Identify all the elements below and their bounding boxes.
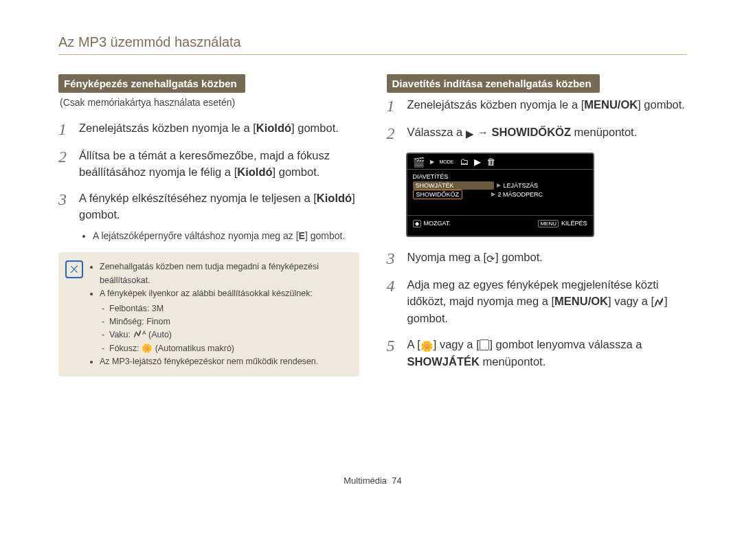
right-step-2: Válassza a ▶ → SHOWIDŐKÖZ menüpontot. xyxy=(407,124,688,142)
right-step-4: Adja meg az egyes fényképek megjelenítés… xyxy=(407,277,688,327)
lcd-top-bar: 🎬 ▶ MODE 🗂 ▶ 🗑 xyxy=(407,154,593,170)
play-icon: ▶ xyxy=(474,157,481,167)
right-step-5: A [🌼] vagy a [ ] gombot lenyomva válassz… xyxy=(407,337,688,370)
lcd-row-selected: SHOWIDŐKÖZ ▶ 2 MÁSODPERC xyxy=(407,190,593,199)
lcd-row: DIAVETÍTÉS xyxy=(407,172,593,181)
right-section-title: Diavetítés indítása zenehallgatás közben xyxy=(387,74,600,93)
lcd-value: LEJÁTSZÁS xyxy=(504,182,539,189)
right-step-1: Zenelejátszás közben nyomja le a [MENU/O… xyxy=(407,97,688,115)
step-number: 3 xyxy=(58,190,75,243)
info-subitem: Fókusz: 🌼 (Automatikus makró) xyxy=(109,342,350,355)
lcd-foot-label: MOZGAT. xyxy=(424,220,451,227)
page-footer: Multimédia 74 xyxy=(58,475,687,486)
page-title: Az MP3 üzemmód használata xyxy=(58,34,687,55)
lcd-foot-label: KILÉPÉS xyxy=(561,220,587,227)
updown-icon: ◆ xyxy=(413,220,421,227)
info-subitem: Felbontás: 3M xyxy=(109,302,350,315)
lcd-preview: 🎬 ▶ MODE 🗂 ▶ 🗑 DIAVETÍTÉS SHOWJÁTÉK ▶ LE… xyxy=(406,153,594,237)
lcd-row: SHOWJÁTÉK ▶ LEJÁTSZÁS xyxy=(407,181,593,190)
lcd-value: 2 MÁSODPERC xyxy=(498,191,543,198)
step-number: 3 xyxy=(387,249,403,267)
chevron-right-icon: ▶ xyxy=(497,182,501,188)
step-number: 4 xyxy=(387,277,403,327)
left-step-3-bullet: A lejátszóképernyőre váltáshoz nyomja me… xyxy=(93,229,359,243)
trash-icon: 🗑 xyxy=(486,157,495,167)
stack-icon: 🗂 xyxy=(460,157,469,167)
left-step-3: A fénykép elkészítéséhez nyomja le telje… xyxy=(79,190,359,243)
right-steps: 1 Zenelejátszás közben nyomja le a [MENU… xyxy=(387,97,688,143)
step-number: 1 xyxy=(58,120,75,138)
info-item: A fényképek ilyenkor az alábbi beállítás… xyxy=(100,287,350,355)
info-subitem: Vaku: 🗲ᴬ (Auto) xyxy=(109,328,350,341)
left-subnote: (Csak memóriakártya használata esetén) xyxy=(60,97,359,108)
note-icon xyxy=(65,260,83,278)
right-step-3: Nyomja meg a [⟳] gombot. xyxy=(407,249,688,267)
step-number: 2 xyxy=(58,148,75,181)
lcd-footer: ◆ MOZGAT. MENU KILÉPÉS xyxy=(407,219,593,227)
right-steps-cont: 3 Nyomja meg a [⟳] gombot. 4 Adja meg az… xyxy=(387,249,688,370)
lcd-label: SHOWJÁTÉK xyxy=(413,181,494,190)
info-subitem: Minőség: Finom xyxy=(109,315,350,328)
left-step-1: Zenelejátszás közben nyomja le a [Kioldó… xyxy=(79,120,359,138)
info-item: Zenehallgatás közben nem tudja megadni a… xyxy=(100,260,350,287)
lcd-label: SHOWIDŐKÖZ xyxy=(413,190,463,199)
step-number: 5 xyxy=(387,337,403,370)
left-steps: 1 Zenelejátszás közben nyomja le a [Kiol… xyxy=(58,120,359,243)
film-icon: 🎬 xyxy=(413,157,425,168)
left-step-2: Állítsa be a témát a keresőmezőbe, majd … xyxy=(79,148,359,181)
right-column: Diavetítés indítása zenehallgatás közben… xyxy=(387,74,688,379)
mode-label: MODE xyxy=(440,159,454,164)
left-column: Fényképezés zenehallgatás közben (Csak m… xyxy=(58,74,359,379)
chevron-right-icon: ▶ xyxy=(491,191,495,197)
lcd-label: DIAVETÍTÉS xyxy=(413,173,488,180)
chevron-right-icon: ▶ xyxy=(430,159,434,165)
step-number: 2 xyxy=(387,124,403,142)
info-box: Zenehallgatás közben nem tudja megadni a… xyxy=(58,252,359,377)
left-section-title: Fényképezés zenehallgatás közben xyxy=(58,74,245,93)
menu-badge: MENU xyxy=(538,220,559,227)
info-item: Az MP3-lejátszó fényképezéskor nem működ… xyxy=(100,355,350,368)
step-number: 1 xyxy=(387,97,403,115)
